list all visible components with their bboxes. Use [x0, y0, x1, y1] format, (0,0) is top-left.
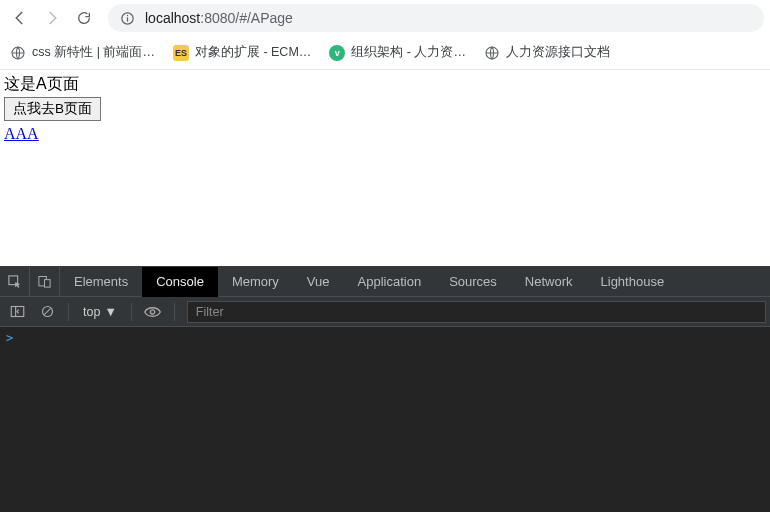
svg-point-2	[127, 14, 129, 16]
clear-console-icon[interactable]	[34, 300, 60, 324]
bookmark-item[interactable]: 人力资源接口文档	[482, 42, 612, 63]
v-icon: v	[329, 45, 345, 61]
filter-input[interactable]	[187, 301, 766, 323]
page-title: 这是A页面	[4, 74, 766, 95]
device-toggle-icon[interactable]	[30, 267, 60, 297]
tab-console[interactable]: Console	[142, 267, 218, 297]
bookmark-label: 组织架构 - 人力资…	[351, 44, 466, 61]
inspect-icon[interactable]	[0, 267, 30, 297]
bookmark-item[interactable]: v 组织架构 - 人力资…	[327, 42, 468, 63]
devtools-tabbar: Elements Console Memory Vue Application …	[0, 267, 770, 297]
chevron-down-icon: ▼	[104, 305, 116, 319]
console-sidebar-toggle-icon[interactable]	[4, 300, 30, 324]
tab-vue[interactable]: Vue	[293, 267, 344, 297]
tab-lighthouse[interactable]: Lighthouse	[587, 267, 679, 297]
url-text: localhost:8080/#/APage	[145, 10, 293, 26]
console-toolbar: top ▼	[0, 297, 770, 327]
url-rest: :8080/#/APage	[200, 10, 293, 26]
site-info-icon[interactable]	[120, 11, 135, 26]
bookmark-item[interactable]: ES 对象的扩展 - ECM…	[171, 42, 313, 63]
tab-network[interactable]: Network	[511, 267, 587, 297]
bookmark-label: 对象的扩展 - ECM…	[195, 44, 311, 61]
url-host: localhost	[145, 10, 200, 26]
svg-rect-7	[45, 280, 51, 288]
es-icon: ES	[173, 45, 189, 61]
svg-point-12	[151, 309, 155, 313]
bookmark-item[interactable]: css 新特性 | 前端面…	[8, 42, 157, 63]
tab-sources[interactable]: Sources	[435, 267, 511, 297]
address-bar[interactable]: localhost:8080/#/APage	[108, 4, 764, 32]
back-button[interactable]	[6, 4, 34, 32]
bookmark-label: 人力资源接口文档	[506, 44, 610, 61]
globe-icon	[10, 45, 26, 61]
separator	[131, 303, 132, 321]
reload-button[interactable]	[70, 4, 98, 32]
context-label: top	[83, 305, 100, 319]
tab-elements[interactable]: Elements	[60, 267, 142, 297]
live-expression-icon[interactable]	[140, 300, 166, 324]
globe-icon	[484, 45, 500, 61]
bookmarks-bar: css 新特性 | 前端面… ES 对象的扩展 - ECM… v 组织架构 - …	[0, 36, 770, 70]
aaa-link[interactable]: AAA	[4, 125, 39, 143]
tab-application[interactable]: Application	[344, 267, 436, 297]
tab-memory[interactable]: Memory	[218, 267, 293, 297]
forward-button[interactable]	[38, 4, 66, 32]
devtools-panel: Elements Console Memory Vue Application …	[0, 266, 770, 512]
separator	[174, 303, 175, 321]
bookmark-label: css 新特性 | 前端面…	[32, 44, 155, 61]
console-prompt: >	[6, 331, 13, 345]
goto-b-button[interactable]: 点我去B页面	[4, 97, 101, 121]
separator	[68, 303, 69, 321]
context-selector[interactable]: top ▼	[77, 305, 123, 319]
browser-toolbar: localhost:8080/#/APage	[0, 0, 770, 36]
page-content: 这是A页面 点我去B页面 AAA	[0, 70, 770, 250]
svg-line-11	[44, 308, 50, 314]
console-body[interactable]: >	[0, 327, 770, 512]
